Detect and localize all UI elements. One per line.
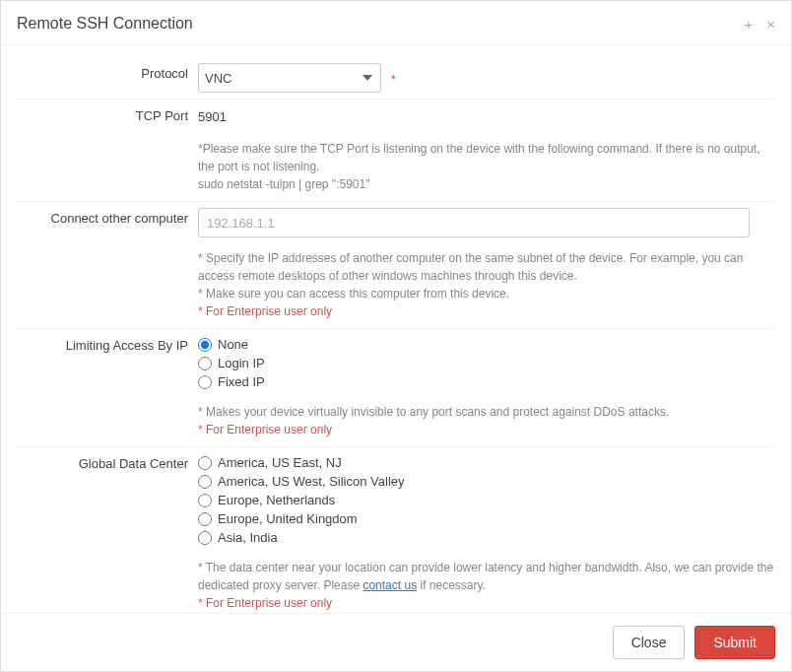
global-dc-help-ent: * For Enterprise user only [198, 594, 775, 612]
cell-tcp-port: 5901 [198, 100, 775, 134]
submit-button[interactable]: Submit [694, 626, 775, 659]
modal-footer: Close Submit [1, 613, 791, 671]
global-dc-radio-us-east[interactable] [198, 456, 212, 470]
global-dc-option-us-east[interactable]: America, US East, NJ [198, 455, 775, 470]
tcp-port-value: 5901 [198, 105, 775, 128]
cell-protocol: VNC * [198, 57, 775, 99]
limit-ip-option-login[interactable]: Login IP [198, 356, 775, 370]
row-global-dc: Global Data Center America, US East, NJ … [17, 447, 775, 553]
required-marker: * [391, 72, 396, 87]
limit-ip-option-fixed[interactable]: Fixed IP [198, 374, 775, 389]
label-protocol: Protocol [17, 57, 198, 89]
limit-ip-radio-login[interactable] [198, 357, 212, 370]
row-tcp-port: TCP Port 5901 [17, 100, 775, 134]
cell-other-computer [198, 202, 775, 243]
global-dc-radio-eu-nl[interactable] [198, 494, 212, 507]
global-dc-help-1: * The data center near your location can… [198, 559, 775, 594]
global-dc-label-asia-in: Asia, India [218, 530, 278, 545]
tcp-port-help-1: *Please make sure the TCP Port is listen… [198, 140, 775, 175]
modal-title: Remote SSH Connection [17, 15, 193, 33]
row-limit-ip-help: * Makes your device virtually invisible … [17, 397, 775, 447]
global-dc-label-us-east: America, US East, NJ [218, 455, 342, 470]
limit-ip-help-1: * Makes your device virtually invisible … [198, 403, 775, 421]
label-limit-ip: Limiting Access By IP [17, 329, 198, 361]
row-other-computer: Connect other computer [17, 202, 775, 243]
other-computer-help-1: * Specify the IP addresses of another co… [198, 249, 775, 285]
modal-remote-ssh: Remote SSH Connection + × Protocol VNC *… [0, 0, 792, 672]
limit-ip-label-login: Login IP [218, 356, 265, 370]
label-global-dc: Global Data Center [17, 447, 198, 479]
cell-limit-ip-help: * Makes your device virtually invisible … [198, 397, 775, 446]
cell-other-computer-help: * Specify the IP addresses of another co… [198, 243, 775, 328]
global-dc-option-us-west[interactable]: America, US West, Silicon Valley [198, 474, 775, 489]
global-dc-label-eu-uk: Europe, United Kingdom [218, 511, 358, 526]
global-dc-label-us-west: America, US West, Silicon Valley [218, 474, 405, 489]
contact-us-link[interactable]: contact us [363, 578, 417, 592]
global-dc-radio-list: America, US East, NJ America, US West, S… [198, 453, 775, 547]
cell-global-dc-help: * The data center near your location can… [198, 553, 775, 613]
row-other-computer-help: * Specify the IP addresses of another co… [17, 243, 775, 329]
limit-ip-label-fixed: Fixed IP [218, 374, 265, 389]
plus-icon[interactable]: + [744, 17, 753, 32]
modal-header: Remote SSH Connection + × [1, 1, 791, 45]
label-tcp-port: TCP Port [17, 100, 198, 131]
close-button[interactable]: Close [613, 626, 686, 659]
limit-ip-option-none[interactable]: None [198, 337, 775, 352]
other-computer-help-2: * Make sure you can access this computer… [198, 285, 775, 302]
cell-tcp-port-help: *Please make sure the TCP Port is listen… [198, 134, 775, 201]
global-dc-option-eu-nl[interactable]: Europe, Netherlands [198, 493, 775, 507]
limit-ip-help-ent: * For Enterprise user only [198, 421, 775, 438]
limit-ip-radio-list: None Login IP Fixed IP [198, 335, 775, 391]
global-dc-help-1a: * The data center near your location can… [198, 561, 773, 592]
limit-ip-radio-fixed[interactable] [198, 375, 212, 389]
row-global-dc-help: * The data center near your location can… [17, 553, 775, 613]
global-dc-radio-us-west[interactable] [198, 475, 212, 489]
global-dc-option-eu-uk[interactable]: Europe, United Kingdom [198, 511, 775, 526]
close-icon[interactable]: × [766, 17, 775, 32]
global-dc-label-eu-nl: Europe, Netherlands [218, 493, 335, 507]
limit-ip-radio-none[interactable] [198, 338, 212, 352]
global-dc-radio-asia-in[interactable] [198, 531, 212, 545]
limit-ip-label-none: None [218, 337, 248, 352]
other-computer-help-ent: * For Enterprise user only [198, 302, 775, 320]
tcp-port-help-2: sudo netstat -tulpn | grep ":5901" [198, 175, 775, 193]
row-limit-ip: Limiting Access By IP None Login IP Fixe… [17, 329, 775, 397]
cell-limit-ip: None Login IP Fixed IP [198, 329, 775, 397]
cell-global-dc: America, US East, NJ America, US West, S… [198, 447, 775, 553]
other-computer-input[interactable] [198, 208, 750, 237]
protocol-select[interactable]: VNC [198, 63, 381, 93]
row-tcp-port-help: *Please make sure the TCP Port is listen… [17, 134, 775, 202]
global-dc-radio-eu-uk[interactable] [198, 512, 212, 526]
row-protocol: Protocol VNC * [17, 57, 775, 100]
global-dc-help-1b: if necessary. [417, 578, 486, 592]
modal-body: Protocol VNC * TCP Port 5901 *Please mak… [1, 45, 791, 613]
label-other-computer: Connect other computer [17, 202, 198, 234]
global-dc-option-asia-in[interactable]: Asia, India [198, 530, 775, 545]
modal-header-icons: + × [744, 17, 775, 32]
